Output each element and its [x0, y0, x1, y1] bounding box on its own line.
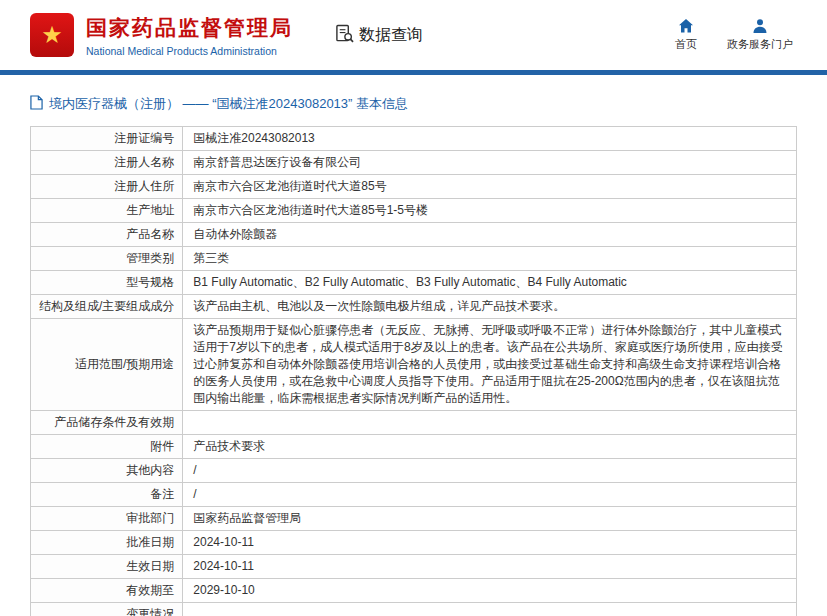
row-value: 2029-10-10 — [183, 579, 797, 603]
row-label: 结构及组成/主要组成成分 — [31, 295, 183, 319]
row-value: B1 Fully Automatic、B2 Fully Automatic、B3… — [183, 271, 797, 295]
row-label: 变更情况 — [31, 603, 183, 616]
site-header: ★ 国家药品监督管理局 National Medical Products Ad… — [0, 0, 827, 70]
row-value: 该产品预期用于疑似心脏骤停患者（无反应、无脉搏、无呼吸或呼吸不正常）进行体外除颤… — [183, 319, 797, 411]
row-label: 批准日期 — [31, 531, 183, 555]
row-label: 审批部门 — [31, 507, 183, 531]
row-value — [183, 603, 797, 616]
row-value: 第三类 — [183, 247, 797, 271]
row-value: 南京市六合区龙池街道时代大道85号1-5号楼 — [183, 199, 797, 223]
row-label: 生产地址 — [31, 199, 183, 223]
table-row: 型号规格B1 Fully Automatic、B2 Fully Automati… — [31, 271, 797, 295]
table-row: 注册人住所南京市六合区龙池街道时代大道85号 — [31, 175, 797, 199]
nav-home-label: 首页 — [675, 37, 697, 52]
row-label: 其他内容 — [31, 459, 183, 483]
table-row: 生产地址南京市六合区龙池街道时代大道85号1-5号楼 — [31, 199, 797, 223]
info-table-body: 注册证编号国械注准20243082013注册人名称南京舒普思达医疗设备有限公司注… — [31, 127, 797, 616]
breadcrumb: 境内医疗器械（注册） —— “国械注准20243082013” 基本信息 — [30, 95, 797, 113]
row-value: 南京舒普思达医疗设备有限公司 — [183, 151, 797, 175]
org-names: 国家药品监督管理局 National Medical Products Admi… — [86, 14, 293, 57]
table-row: 注册人名称南京舒普思达医疗设备有限公司 — [31, 151, 797, 175]
row-label: 附件 — [31, 435, 183, 459]
row-label: 有效期至 — [31, 579, 183, 603]
org-name-en: National Medical Products Administration — [86, 45, 293, 57]
table-row: 附件产品技术要求 — [31, 435, 797, 459]
table-row: 有效期至2029-10-10 — [31, 579, 797, 603]
header-left-group: ★ 国家药品监督管理局 National Medical Products Ad… — [30, 13, 423, 57]
nav-portal-label: 政务服务门户 — [727, 37, 793, 52]
table-row: 结构及组成/主要组成成分该产品由主机、电池以及一次性除颤电极片组成，详见产品技术… — [31, 295, 797, 319]
row-label: 型号规格 — [31, 271, 183, 295]
person-icon — [752, 18, 768, 34]
document-icon — [30, 95, 43, 113]
row-label: 注册证编号 — [31, 127, 183, 151]
row-value: 该产品由主机、电池以及一次性除颤电极片组成，详见产品技术要求。 — [183, 295, 797, 319]
table-row: 产品储存条件及有效期 — [31, 411, 797, 435]
breadcrumb-text: 境内医疗器械（注册） —— “国械注准20243082013” 基本信息 — [49, 95, 408, 113]
table-row: 其他内容/ — [31, 459, 797, 483]
table-row: 备注/ — [31, 483, 797, 507]
row-value: 国械注准20243082013 — [183, 127, 797, 151]
table-row: 管理类别第三类 — [31, 247, 797, 271]
row-value: 2024-10-11 — [183, 531, 797, 555]
table-row: 注册证编号国械注准20243082013 — [31, 127, 797, 151]
table-row: 审批部门国家药品监督管理局 — [31, 507, 797, 531]
row-label: 产品储存条件及有效期 — [31, 411, 183, 435]
table-row: 批准日期2024-10-11 — [31, 531, 797, 555]
row-value: 自动体外除颤器 — [183, 223, 797, 247]
nmpa-emblem-logo: ★ — [30, 13, 74, 57]
table-row: 产品名称自动体外除颤器 — [31, 223, 797, 247]
row-label: 生效日期 — [31, 555, 183, 579]
nav-home[interactable]: 首页 — [675, 18, 697, 52]
row-label: 注册人住所 — [31, 175, 183, 199]
main-content: 境内医疗器械（注册） —— “国械注准20243082013” 基本信息 注册证… — [0, 75, 827, 616]
org-name-cn: 国家药品监督管理局 — [86, 14, 293, 42]
row-label: 管理类别 — [31, 247, 183, 271]
table-row: 生效日期2024-10-11 — [31, 555, 797, 579]
row-value: 2024-10-11 — [183, 555, 797, 579]
row-label: 产品名称 — [31, 223, 183, 247]
row-value: 南京市六合区龙池街道时代大道85号 — [183, 175, 797, 199]
row-value: / — [183, 459, 797, 483]
row-label: 备注 — [31, 483, 183, 507]
row-label: 适用范围/预期用途 — [31, 319, 183, 411]
home-icon — [678, 18, 694, 34]
header-right-group: 首页 政务服务门户 — [675, 18, 793, 52]
data-query-label: 数据查询 — [359, 25, 423, 46]
data-query-icon — [335, 24, 354, 47]
nav-portal[interactable]: 政务服务门户 — [727, 18, 793, 52]
data-query-link[interactable]: 数据查询 — [335, 24, 423, 47]
table-row: 变更情况 — [31, 603, 797, 616]
row-value: 产品技术要求 — [183, 435, 797, 459]
table-row: 适用范围/预期用途该产品预期用于疑似心脏骤停患者（无反应、无脉搏、无呼吸或呼吸不… — [31, 319, 797, 411]
registration-info-table: 注册证编号国械注准20243082013注册人名称南京舒普思达医疗设备有限公司注… — [30, 126, 797, 616]
row-value: 国家药品监督管理局 — [183, 507, 797, 531]
row-value: / — [183, 483, 797, 507]
row-value — [183, 411, 797, 435]
row-label: 注册人名称 — [31, 151, 183, 175]
